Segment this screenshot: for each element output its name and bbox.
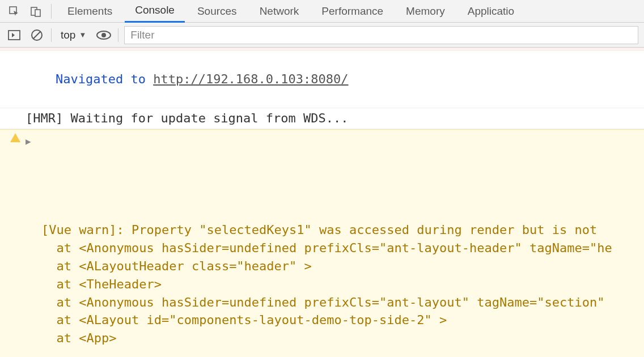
- svg-line-5: [33, 32, 40, 39]
- log-hmr: [HMR] Waiting for update signal from WDS…: [0, 108, 644, 129]
- divider: [51, 4, 52, 19]
- hmr-text: [HMR] Waiting for update signal from WDS…: [26, 111, 349, 125]
- warning-icon: [10, 133, 20, 142]
- warn-line: [Vue warn]: Property "selectedKeys1" was…: [41, 223, 597, 237]
- divider: [51, 28, 52, 42]
- devtools-tabs: Elements Console Sources Network Perform…: [0, 0, 644, 23]
- divider: [118, 28, 118, 42]
- svg-point-7: [101, 33, 106, 37]
- filter-input[interactable]: [124, 26, 638, 44]
- warn-line: at <TheHeader>: [41, 277, 162, 291]
- tab-performance[interactable]: Performance: [311, 1, 393, 22]
- svg-rect-2: [35, 10, 40, 16]
- inspect-icon[interactable]: [5, 2, 24, 21]
- chevron-down-icon: ▼: [79, 31, 86, 39]
- console-toolbar: top ▼: [0, 23, 644, 48]
- log-navigated: Navigated to http://192.168.0.103:8080/: [0, 51, 644, 108]
- tab-application[interactable]: Applicatio: [457, 1, 524, 22]
- tab-sources[interactable]: Sources: [187, 1, 247, 22]
- console-log-area: Navigated to http://192.168.0.103:8080/ …: [0, 48, 644, 357]
- tab-memory[interactable]: Memory: [396, 1, 455, 22]
- warn-line: at <ALayoutHeader class="header" >: [41, 259, 312, 273]
- warn-line: at <App>: [41, 331, 116, 345]
- sidebar-toggle-icon[interactable]: [6, 27, 23, 44]
- warn-line: at <ALayout id="components-layout-demo-t…: [41, 313, 447, 327]
- warn-line: at <Anonymous hasSider=undefined prefixC…: [41, 295, 604, 309]
- tab-network[interactable]: Network: [249, 1, 310, 22]
- context-selector[interactable]: top ▼: [57, 29, 90, 41]
- warn-line: at <Anonymous hasSider=undefined prefixC…: [41, 241, 612, 255]
- expand-arrow-icon[interactable]: ▶: [26, 135, 31, 148]
- nav-url-link[interactable]: http://192.168.0.103:8080/: [153, 72, 348, 86]
- tab-console[interactable]: Console: [125, 0, 185, 23]
- context-label: top: [61, 29, 75, 41]
- device-toggle-icon[interactable]: [26, 2, 45, 21]
- tab-elements[interactable]: Elements: [57, 1, 122, 22]
- log-vue-warn: ▶ [Vue warn]: Property "selectedKeys1" w…: [0, 129, 644, 357]
- nav-prefix: Navigated to: [56, 72, 153, 86]
- clear-console-icon[interactable]: [28, 27, 45, 44]
- live-expression-icon[interactable]: [95, 27, 112, 44]
